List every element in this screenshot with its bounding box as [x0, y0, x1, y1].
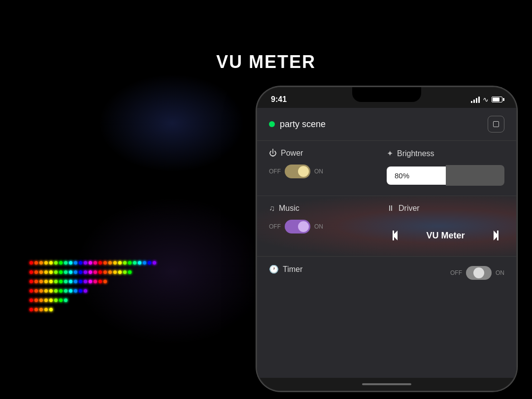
led-dot	[99, 280, 102, 283]
prev-button[interactable]	[387, 225, 408, 246]
music-driver-section: ♫ Music OFF ON	[257, 196, 516, 257]
led-dot	[74, 270, 77, 274]
led-dot	[49, 299, 53, 302]
scene-name-row: party scene	[269, 119, 326, 130]
led-dot	[54, 280, 58, 283]
led-dot	[54, 261, 58, 265]
led-dot	[79, 261, 82, 265]
active-indicator	[269, 121, 275, 127]
led-dot	[54, 289, 58, 293]
led-dot	[74, 261, 77, 265]
led-dot	[49, 270, 53, 274]
power-brightness-section: ⏻ Power OFF ON	[257, 141, 516, 196]
phone-time: 9:41	[271, 95, 287, 104]
timer-toggle-row: OFF ON	[450, 266, 504, 280]
led-dot	[59, 299, 63, 302]
led-dot	[103, 280, 107, 283]
power-toggle[interactable]	[285, 165, 310, 178]
led-dot	[44, 280, 48, 283]
led-dot	[89, 261, 92, 265]
led-dot	[44, 299, 48, 302]
scene-header: party scene	[257, 108, 516, 141]
led-dot	[113, 270, 117, 274]
led-dot	[148, 261, 151, 265]
music-toggle[interactable]	[285, 220, 310, 233]
driver-playback-row: VU Meter	[387, 225, 504, 246]
next-icon	[487, 229, 500, 242]
led-dot	[39, 270, 43, 274]
led-dot	[49, 261, 53, 265]
led-dot	[143, 261, 146, 265]
led-dot	[118, 261, 122, 265]
led-dot	[103, 261, 107, 265]
brightness-slider-row: 80%	[387, 165, 504, 186]
signal-bar-1	[471, 101, 472, 103]
led-dot	[30, 261, 33, 265]
led-dot	[123, 261, 127, 265]
timer-label-row: 🕐 Timer	[269, 265, 302, 274]
led-dot	[54, 270, 58, 274]
led-dot	[30, 270, 33, 274]
led-dot	[39, 280, 43, 283]
driver-label: Driver	[399, 204, 420, 213]
led-dot	[69, 270, 72, 274]
led-dot	[49, 280, 53, 283]
led-dot	[108, 270, 112, 274]
led-dot	[64, 261, 67, 265]
led-row	[30, 280, 261, 283]
led-dot	[30, 280, 33, 283]
music-label: Music	[279, 204, 299, 213]
power-control: ⏻ Power OFF ON	[269, 149, 387, 186]
wifi-icon: ∿	[483, 96, 489, 103]
brightness-slider[interactable]	[446, 165, 504, 186]
led-dot	[128, 261, 132, 265]
power-label-row: ⏻ Power	[269, 149, 387, 158]
scene-name: party scene	[280, 119, 326, 130]
led-dot	[118, 270, 122, 274]
section-row: ⏻ Power OFF ON	[269, 149, 504, 186]
bg-glow-blue	[99, 74, 246, 172]
timer-toggle[interactable]	[466, 266, 492, 280]
led-dot	[138, 261, 141, 265]
led-dot	[69, 280, 72, 283]
led-row	[30, 270, 261, 274]
phone-status-icons: ∿	[471, 96, 502, 103]
phone-mockup: 9:41 ∿	[256, 86, 517, 392]
home-indicator	[362, 383, 411, 385]
led-dot	[49, 308, 53, 311]
led-dot	[39, 308, 43, 311]
led-dot	[64, 289, 67, 293]
signal-bar-4	[478, 97, 480, 103]
timer-toggle-knob	[473, 267, 484, 278]
driver-name: VU Meter	[426, 231, 465, 241]
power-toggle-row: OFF ON	[269, 165, 387, 178]
phone-body: 9:41 ∿	[256, 86, 517, 392]
led-dot	[49, 289, 53, 293]
music-on-label: ON	[314, 223, 323, 230]
led-strips	[30, 261, 261, 399]
stop-icon	[493, 121, 499, 127]
led-dot	[34, 280, 38, 283]
timer-on-label: ON	[496, 269, 504, 276]
led-dot	[84, 289, 87, 293]
led-dot	[94, 280, 97, 283]
led-dot	[84, 270, 87, 274]
sun-icon: ✦	[387, 149, 393, 158]
music-label-row: ♫ Music	[269, 204, 387, 213]
led-dot	[89, 270, 92, 274]
power-label: Power	[281, 149, 303, 158]
led-row	[30, 289, 261, 293]
led-dot	[123, 270, 127, 274]
phone-content: party scene ⏻ Power	[257, 108, 516, 388]
led-dot	[64, 299, 67, 302]
next-button[interactable]	[483, 225, 504, 246]
phone-bottom-bar	[257, 378, 516, 391]
driver-icon: ⏸	[387, 204, 395, 213]
stop-button[interactable]	[488, 116, 504, 133]
music-toggle-row: OFF ON	[269, 220, 387, 233]
signal-bar-3	[476, 98, 477, 103]
brightness-label: Brightness	[397, 149, 434, 158]
led-dot	[94, 261, 97, 265]
led-dot	[34, 289, 38, 293]
phone-notch	[352, 87, 421, 102]
